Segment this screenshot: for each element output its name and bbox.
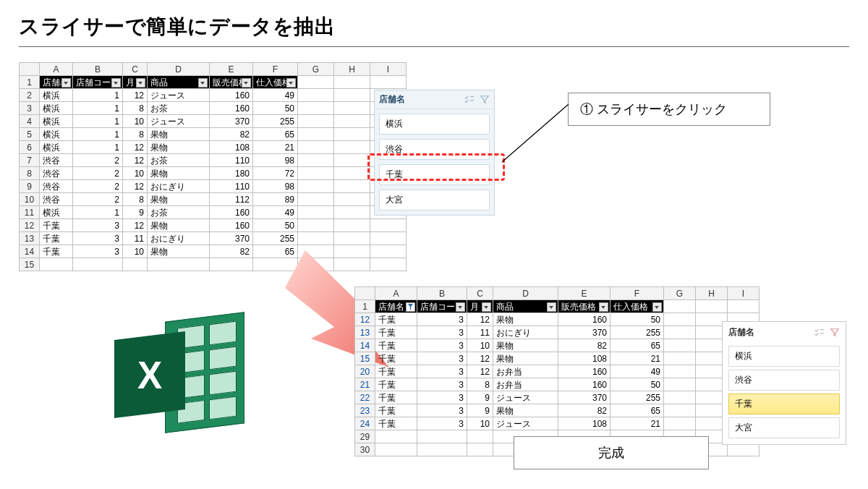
slicer-panel-before[interactable]: 店舗名 横浜渋谷千葉大宮: [374, 90, 495, 216]
page-title: スライサーで簡単にデータを抽出: [19, 13, 849, 41]
excel-icon: X: [114, 311, 244, 434]
slicer-item[interactable]: 横浜: [728, 346, 840, 367]
slicer-item[interactable]: 千葉: [728, 394, 840, 414]
callout-step1: ① スライサーをクリック: [568, 93, 770, 126]
slicer-title: 店舗名: [728, 326, 754, 339]
callout-leader: [498, 103, 570, 168]
title-rule: [19, 46, 849, 47]
clear-filter-icon[interactable]: [830, 328, 840, 338]
slicer-item[interactable]: 横浜: [379, 114, 490, 135]
slicer-item[interactable]: 大宮: [728, 417, 840, 438]
slicer-item[interactable]: 千葉: [379, 164, 490, 185]
multi-select-icon[interactable]: [814, 328, 825, 338]
slicer-item[interactable]: 大宮: [379, 190, 490, 211]
slicer-title: 店舗名: [379, 93, 405, 106]
callout-done: 完成: [514, 436, 709, 469]
spreadsheet-after: ABCDEFGHI1店舗名店舗コード月商品販売価格仕入価格12千葉312果物16…: [354, 286, 760, 456]
multi-select-icon[interactable]: [464, 95, 475, 105]
slicer-item[interactable]: 渋谷: [379, 139, 490, 160]
slicer-panel-after[interactable]: 店舗名 横浜渋谷千葉大宮: [722, 321, 846, 445]
spreadsheet-before: ABCDEFGHI1店舗名店舗コード月商品販売価格仕入価格2横浜112ジュース1…: [19, 62, 407, 271]
slicer-item[interactable]: 渋谷: [728, 370, 840, 391]
clear-filter-icon[interactable]: [480, 95, 490, 105]
